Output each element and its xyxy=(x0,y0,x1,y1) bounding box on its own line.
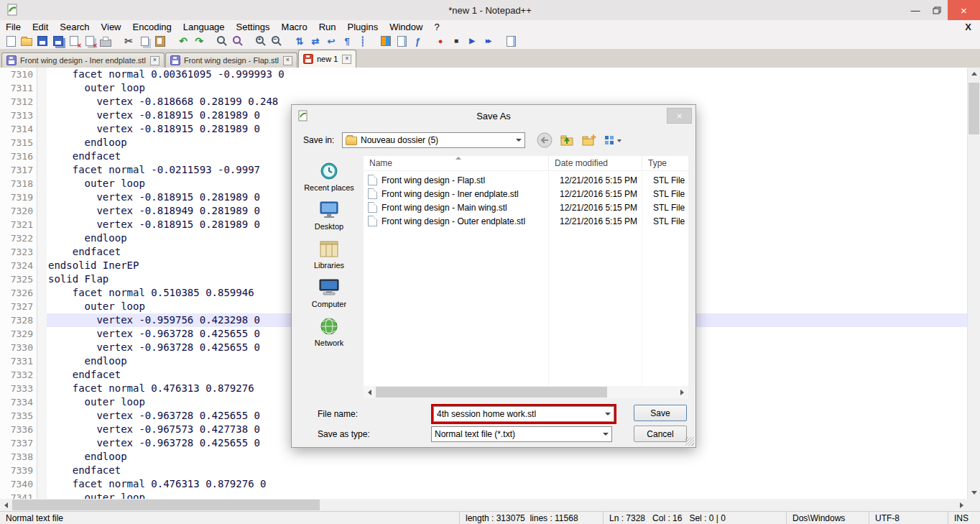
menu-item[interactable]: File xyxy=(0,22,27,32)
editor-line[interactable]: 7338 endloop xyxy=(0,450,968,464)
run-macro-multiple-icon[interactable]: ▸▸ xyxy=(480,34,496,48)
line-number[interactable]: 7329 xyxy=(0,327,37,341)
menu-item[interactable]: Settings xyxy=(231,22,276,32)
new-folder-icon[interactable] xyxy=(580,132,598,149)
editor-horizontal-scrollbar[interactable] xyxy=(0,499,968,511)
line-number[interactable]: 7312 xyxy=(0,95,37,109)
save-in-combo[interactable]: Nouveau dossier (5) xyxy=(342,132,525,148)
up-one-level-icon[interactable] xyxy=(558,132,576,149)
menu-item[interactable]: Run xyxy=(313,22,342,32)
line-number[interactable]: 7338 xyxy=(0,450,37,464)
scroll-thumb[interactable] xyxy=(376,387,607,397)
indent-guide-icon[interactable]: ┊ xyxy=(355,34,371,48)
place-recent[interactable]: Recent places xyxy=(297,161,361,192)
Front wing design - Iner endplate.stl[interactable]: Front wing design - Iner endplate.stl 12… xyxy=(364,187,688,201)
editor-line[interactable]: 7340 facet normal 0.476313 0.879276 0 xyxy=(0,477,968,491)
undo-icon[interactable]: ↶ xyxy=(175,34,191,48)
Front wing design - Flap.stl[interactable]: Front wing design - Flap.stl 12/21/2016 … xyxy=(364,173,688,187)
line-number[interactable]: 7311 xyxy=(0,81,37,95)
menu-item[interactable]: Edit xyxy=(27,22,54,32)
line-number[interactable]: 7337 xyxy=(0,436,37,450)
column-header-name[interactable]: Name xyxy=(364,158,548,168)
dialog-title-bar[interactable]: Save As × xyxy=(292,105,695,127)
place-libraries[interactable]: Libraries xyxy=(297,239,361,270)
title-bar[interactable]: *new 1 - Notepad++ — × xyxy=(0,0,980,20)
save-recorded-macro-icon[interactable] xyxy=(503,34,519,48)
Front wing design - Outer endplate.stl[interactable]: Front wing design - Outer endplate.stl 1… xyxy=(364,214,688,228)
scroll-down-arrow[interactable] xyxy=(968,487,980,499)
function-list-icon[interactable]: ƒ xyxy=(410,34,425,48)
scroll-right-arrow[interactable] xyxy=(676,386,688,398)
minimize-button[interactable]: — xyxy=(905,0,926,20)
line-number[interactable]: 7316 xyxy=(0,150,37,163)
line-number[interactable]: 7328 xyxy=(0,313,37,327)
menu-item[interactable]: Plugins xyxy=(342,22,384,32)
place-computer[interactable]: Computer xyxy=(297,277,361,308)
print-icon[interactable] xyxy=(98,34,114,48)
sync-horizontal-scroll-icon[interactable]: ⇄ xyxy=(308,34,323,48)
place-desktop[interactable]: Desktop xyxy=(297,200,361,231)
menu-item[interactable]: Language xyxy=(177,22,231,32)
line-number[interactable]: 7313 xyxy=(0,109,37,122)
line-number[interactable]: 7331 xyxy=(0,354,37,368)
close-button[interactable]: × xyxy=(948,0,980,20)
vertical-scroll-thumb[interactable] xyxy=(969,83,979,134)
editor-line[interactable]: 7310 facet normal 0.00361095 -0.999993 0 xyxy=(0,68,968,81)
scroll-left-arrow[interactable] xyxy=(0,499,12,511)
save-all-icon[interactable] xyxy=(50,34,66,48)
menu-close-document-button[interactable]: X xyxy=(965,22,971,32)
close-all-icon[interactable] xyxy=(82,34,98,48)
tab-new-1[interactable]: new 1 × xyxy=(298,50,356,68)
line-number[interactable]: 7310 xyxy=(0,68,37,81)
menu-item[interactable]: View xyxy=(96,22,127,32)
stop-macro-icon[interactable]: ■ xyxy=(448,34,464,48)
line-number[interactable]: 7318 xyxy=(0,177,37,190)
line-number[interactable]: 7324 xyxy=(0,259,37,272)
line-number[interactable]: 7322 xyxy=(0,231,37,245)
dialog-close-button[interactable]: × xyxy=(667,108,692,124)
show-all-characters-icon[interactable]: ¶ xyxy=(339,34,355,48)
new-file-icon[interactable] xyxy=(3,34,19,48)
redo-icon[interactable]: ↷ xyxy=(191,34,207,48)
save-icon[interactable] xyxy=(34,34,50,48)
line-number[interactable]: 7326 xyxy=(0,286,37,300)
line-number[interactable]: 7319 xyxy=(0,190,37,204)
play-macro-icon[interactable]: ▶ xyxy=(464,34,480,48)
line-number[interactable]: 7339 xyxy=(0,464,37,477)
line-number[interactable]: 7340 xyxy=(0,477,37,491)
Front wing design - Main wing.stl[interactable]: Front wing design - Main wing.stl 12/21/… xyxy=(364,201,688,214)
word-wrap-icon[interactable]: ↩ xyxy=(323,34,339,48)
user-defined-dialog-icon[interactable] xyxy=(378,34,394,48)
menu-item[interactable]: Search xyxy=(54,22,95,32)
menu-item[interactable]: Window xyxy=(384,22,428,32)
close-doc-icon[interactable] xyxy=(66,34,82,48)
line-number[interactable]: 7314 xyxy=(0,122,37,136)
zoom-out-icon[interactable] xyxy=(269,34,285,48)
save-button[interactable]: Save xyxy=(634,405,687,421)
editor-line[interactable]: 7339 endfacet xyxy=(0,464,968,477)
line-number[interactable]: 7323 xyxy=(0,245,37,259)
open-file-icon[interactable] xyxy=(19,34,34,48)
column-header-type[interactable]: Type xyxy=(642,156,688,170)
file-name-input[interactable]: 4th session home work.stl xyxy=(433,406,614,422)
line-number[interactable]: 7327 xyxy=(0,300,37,313)
tab-front-wing-iner-endplate[interactable]: Front wing design - Iner endplate.stl × xyxy=(1,52,165,68)
copy-icon[interactable] xyxy=(137,34,152,48)
line-number[interactable]: 7334 xyxy=(0,395,37,409)
line-number[interactable]: 7341 xyxy=(0,491,37,499)
column-header-date-modified[interactable]: Date modified xyxy=(548,156,642,170)
view-menu-icon[interactable] xyxy=(602,132,625,149)
zoom-in-icon[interactable] xyxy=(253,34,269,48)
editor-line[interactable]: 7311 outer loop xyxy=(0,81,968,95)
menu-item[interactable]: Encoding xyxy=(127,22,177,32)
find-icon[interactable] xyxy=(214,34,230,48)
line-number[interactable]: 7332 xyxy=(0,368,37,382)
line-number[interactable]: 7315 xyxy=(0,136,37,150)
tab-close-button[interactable]: × xyxy=(283,56,292,65)
line-number[interactable]: 7321 xyxy=(0,218,37,231)
editor-line[interactable]: 7341 outer loop xyxy=(0,491,968,499)
cut-icon[interactable]: ✂ xyxy=(121,34,137,48)
tab-close-button[interactable]: × xyxy=(342,55,351,64)
line-number[interactable]: 7335 xyxy=(0,409,37,423)
resize-grip[interactable] xyxy=(685,437,694,446)
